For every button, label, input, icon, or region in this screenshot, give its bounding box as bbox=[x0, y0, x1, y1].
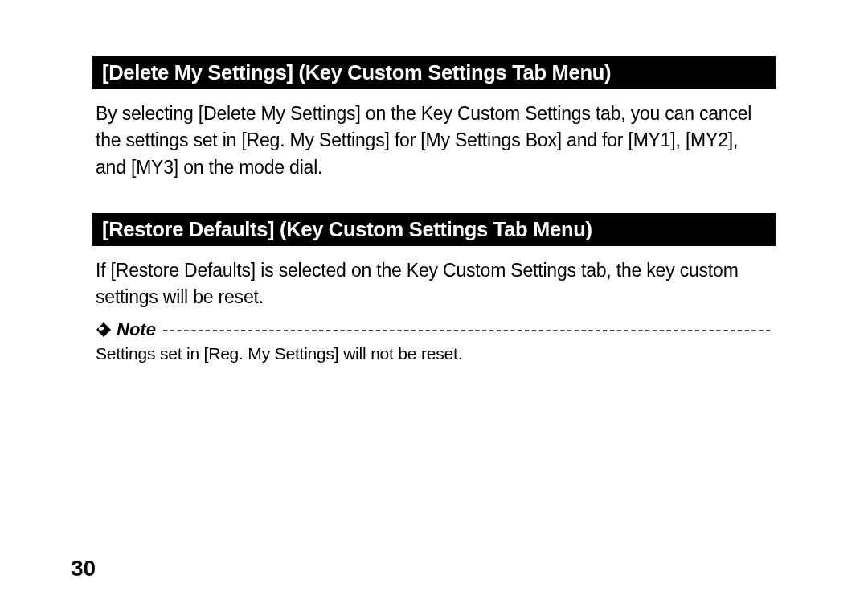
note-icon bbox=[96, 322, 112, 338]
svg-marker-0 bbox=[96, 322, 111, 337]
note-block: Note -----------------------------------… bbox=[92, 319, 776, 366]
page-number: 30 bbox=[71, 556, 96, 581]
note-header: Note -----------------------------------… bbox=[96, 319, 772, 340]
note-label: Note bbox=[117, 319, 158, 340]
note-divider: ----------------------------------------… bbox=[162, 319, 772, 340]
section-header-restore-defaults: [Restore Defaults] (Key Custom Settings … bbox=[92, 213, 776, 246]
section-header-delete-my-settings: [Delete My Settings] (Key Custom Setting… bbox=[92, 56, 776, 89]
note-body: Settings set in [Reg. My Settings] will … bbox=[96, 340, 772, 366]
section-body-delete-my-settings: By selecting [Delete My Settings] on the… bbox=[92, 89, 776, 181]
section-body-restore-defaults: If [Restore Defaults] is selected on the… bbox=[92, 246, 776, 311]
